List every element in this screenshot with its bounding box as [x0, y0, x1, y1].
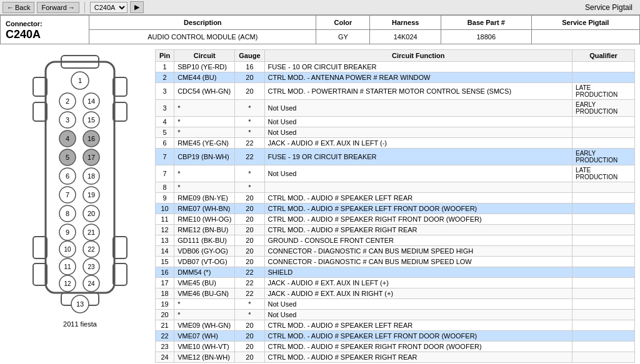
- table-row: 5**Not Used: [156, 127, 635, 138]
- pin-number: 24: [156, 352, 174, 363]
- qualifier-value: [572, 278, 635, 288]
- gauge-value: 22: [235, 138, 264, 149]
- qualifier-value: [572, 310, 635, 320]
- circuit-code: *: [174, 127, 235, 138]
- qualifier-value: [572, 62, 635, 72]
- header-pin: Pin: [156, 50, 174, 62]
- table-row: 4**Not Used: [156, 117, 635, 127]
- circuit-code: SBP10 (YE-RD): [174, 62, 235, 72]
- forward-button[interactable]: Forward →: [37, 2, 79, 13]
- table-row: 12RME12 (BN-BU)20CTRL MOD. - AUDIO # SPE…: [156, 225, 635, 235]
- circuit-code: *: [174, 100, 235, 117]
- svg-text:20: 20: [88, 210, 95, 217]
- circuit-function: [264, 182, 572, 193]
- qualifier-value: [572, 299, 635, 310]
- circuit-function: CTRL MOD. - AUDIO # SPEAKER RIGHT REAR: [264, 225, 572, 235]
- circuit-code: RME07 (WH-BN): [174, 204, 235, 214]
- qualifier-value: [572, 117, 635, 127]
- circuit-code: *: [174, 165, 235, 182]
- qualifier-value: EARLY PRODUCTION: [572, 100, 635, 117]
- harness-value: 14K024: [370, 30, 441, 44]
- connector-select[interactable]: C240A: [90, 2, 128, 13]
- qualifier-value: EARLY PRODUCTION: [572, 149, 635, 165]
- pin-table-body: 1SBP10 (YE-RD)16FUSE - 10 OR CIRCUIT BRE…: [156, 62, 635, 363]
- circuit-code: RME10 (WH-OG): [174, 214, 235, 225]
- circuit-code: VDB06 (GY-OG): [174, 246, 235, 257]
- pin-number: 13: [156, 235, 174, 246]
- toolbar-divider: [84, 2, 85, 13]
- circuit-function: CTRL MOD. - AUDIO # SPEAKER LEFT REAR: [264, 320, 572, 331]
- table-row: 2CME44 (BU)20CTRL MOD. - ANTENNA POWER #…: [156, 72, 635, 83]
- pin-number: 5: [156, 127, 174, 138]
- gauge-value: *: [235, 310, 264, 320]
- table-row: 18VME46 (BU-GN)22JACK - AUDIO # EXT. AUX…: [156, 288, 635, 299]
- pin-table-container[interactable]: Pin Circuit Gauge Circuit Function Quali…: [155, 49, 635, 363]
- table-row: 19**Not Used: [156, 299, 635, 310]
- harness-header: Harness: [370, 16, 441, 30]
- circuit-function: CTRL MOD. - AUDIO # SPEAKER RIGHT FRONT …: [264, 214, 572, 225]
- table-row: 17VME45 (BU)22JACK - AUDIO # EXT. AUX IN…: [156, 278, 635, 288]
- circuit-function: CTRL MOD. - AUDIO # SPEAKER RIGHT REAR: [264, 352, 572, 363]
- circuit-function: CONNECTOR - DIAGNOSTIC # CAN BUS MEDIUM …: [264, 257, 572, 267]
- header-qualifier: Qualifier: [572, 50, 635, 62]
- table-row: 21VME09 (WH-GN)20CTRL MOD. - AUDIO # SPE…: [156, 320, 635, 331]
- circuit-function: CTRL MOD. - AUDIO # SPEAKER RIGHT FRONT …: [264, 342, 572, 352]
- svg-text:8: 8: [66, 210, 69, 217]
- svg-text:1: 1: [78, 77, 82, 84]
- pin-number: 17: [156, 278, 174, 288]
- pin-number: 3: [156, 83, 174, 100]
- table-row: 7**Not UsedLATE PRODUCTION: [156, 165, 635, 182]
- svg-text:14: 14: [88, 97, 95, 105]
- qualifier-value: LATE PRODUCTION: [572, 165, 635, 182]
- table-row: 24VME12 (BN-WH)20CTRL MOD. - AUDIO # SPE…: [156, 352, 635, 363]
- svg-text:22: 22: [88, 246, 95, 253]
- gauge-value: 22: [235, 267, 264, 278]
- gauge-value: 20: [235, 235, 264, 246]
- svg-text:12: 12: [64, 280, 71, 287]
- circuit-code: CBP19 (BN-WH): [174, 149, 235, 165]
- qualifier-value: [572, 331, 635, 342]
- connector-diagram-label: 2011 fiesta: [63, 320, 97, 328]
- svg-text:3: 3: [66, 116, 69, 124]
- pin-number: 9: [156, 193, 174, 204]
- go-button[interactable]: ▶: [130, 1, 144, 13]
- circuit-code: *: [174, 310, 235, 320]
- qualifier-value: [572, 267, 635, 278]
- svg-text:16: 16: [88, 135, 95, 142]
- pin-number: 18: [156, 288, 174, 299]
- svg-text:9: 9: [66, 229, 69, 236]
- table-row: 14VDB06 (GY-OG)20CONNECTOR - DIAGNOSTIC …: [156, 246, 635, 257]
- svg-text:11: 11: [64, 263, 71, 270]
- circuit-function: CTRL MOD. - ANTENNA POWER # REAR WINDOW: [264, 72, 572, 83]
- qualifier-value: [572, 182, 635, 193]
- gauge-value: 20: [235, 193, 264, 204]
- table-row: 3**Not UsedEARLY PRODUCTION: [156, 100, 635, 117]
- gauge-value: *: [235, 299, 264, 310]
- qualifier-value: [572, 72, 635, 83]
- circuit-code: VME12 (BN-WH): [174, 352, 235, 363]
- circuit-code: *: [174, 117, 235, 127]
- table-row: 9RME09 (BN-YE)20CTRL MOD. - AUDIO # SPEA…: [156, 193, 635, 204]
- circuit-function: Not Used: [264, 310, 572, 320]
- header-circuit: Circuit: [174, 50, 235, 62]
- gauge-value: 20: [235, 331, 264, 342]
- circuit-code: DMM54 (*): [174, 267, 235, 278]
- service-pigtail-value: [531, 30, 639, 44]
- svg-text:15: 15: [88, 116, 95, 124]
- back-button[interactable]: ← Back: [2, 2, 34, 13]
- pin-number: 7: [156, 165, 174, 182]
- circuit-function: JACK - AUDIO # EXT. AUX IN RIGHT (+): [264, 288, 572, 299]
- gauge-value: 20: [235, 320, 264, 331]
- svg-text:13: 13: [76, 300, 84, 308]
- circuit-function: Not Used: [264, 165, 572, 182]
- circuit-code: VME45 (BU): [174, 278, 235, 288]
- circuit-code: CME44 (BU): [174, 72, 235, 83]
- gauge-value: *: [235, 182, 264, 193]
- pin-number: 19: [156, 299, 174, 310]
- svg-text:7: 7: [66, 191, 69, 199]
- circuit-code: *: [174, 182, 235, 193]
- circuit-code: VDB07 (VT-OG): [174, 257, 235, 267]
- circuit-function: FUSE - 10 OR CIRCUIT BREAKER: [264, 62, 572, 72]
- svg-rect-0: [46, 62, 114, 293]
- pin-number: 16: [156, 267, 174, 278]
